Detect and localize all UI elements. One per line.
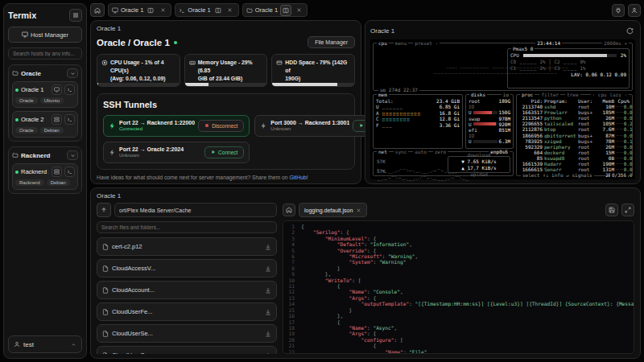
- collapse-group-button[interactable]: [67, 68, 78, 78]
- file-item[interactable]: CloudUserSu...: [97, 346, 277, 354]
- proc-sort-selector[interactable]: ‹ cpu lazy ›: [591, 92, 629, 97]
- host-search-input[interactable]: [8, 47, 82, 60]
- code-line: "outputTemplate": "[{Timestamp:HH:mm:ss}…: [283, 301, 634, 306]
- host-row: Oracle 2: [15, 114, 75, 125]
- collapse-group-button[interactable]: [67, 150, 78, 160]
- host-item-oracle-1[interactable]: Oracle 1 Oracle Ubuntu: [12, 81, 78, 108]
- proc-row[interactable]: 1661539Radarrroot190M0.0: [517, 161, 632, 167]
- split-view-button[interactable]: [146, 6, 155, 15]
- proc-row[interactable]: 1663517Prowlarrbugs+185M0.0: [517, 109, 632, 115]
- proc-tree-toggle[interactable]: tree: [565, 92, 580, 97]
- file-item[interactable]: CloudAccount...: [97, 281, 277, 299]
- host-item-oracle-2[interactable]: Oracle 2 Oracle Debian: [12, 111, 78, 138]
- open-host-stats-button[interactable]: [52, 167, 62, 177]
- open-host-stats-button[interactable]: [52, 114, 62, 125]
- open-host-stats-button[interactable]: [52, 84, 62, 95]
- tunnel-list: Port 22 → Racknerd 1:22000 Connected Dis…: [103, 115, 349, 163]
- close-icon[interactable]: [356, 208, 361, 213]
- btop-interval[interactable]: 2000ms +: [602, 40, 629, 46]
- file-item[interactable]: CloudUserFe...: [97, 302, 277, 321]
- net-speed-box: download ▼ 7.65 KiB/s ▲ 17.7 KiB/s uploa…: [448, 156, 510, 173]
- home-button[interactable]: [90, 3, 105, 17]
- net-auto-toggle[interactable]: auto: [413, 149, 427, 154]
- path-up-button[interactable]: [97, 203, 111, 217]
- save-file-button[interactable]: [605, 204, 618, 216]
- close-tab-button[interactable]: [294, 6, 303, 15]
- open-terminal-button[interactable]: [64, 114, 75, 125]
- split-view-button[interactable]: [213, 6, 223, 15]
- download-icon[interactable]: [265, 352, 271, 355]
- open-terminal-button[interactable]: [64, 167, 75, 177]
- github-link[interactable]: GitHub!: [290, 175, 308, 180]
- hdd-space-text: HDD Space - 79% (142G of190G): [285, 59, 350, 83]
- editor-file-tab[interactable]: logging.default.json: [299, 203, 367, 217]
- server-heading-row: Oracle / Oracle 1 File Manager: [97, 36, 355, 48]
- btop-cpu-label[interactable]: cpu: [377, 40, 389, 46]
- proc-row[interactable]: 2113740sshdroot10M0.0: [517, 104, 632, 109]
- proc-row[interactable]: 604dockerdroot15M0.0: [517, 150, 632, 155]
- profile-button[interactable]: [628, 4, 641, 17]
- download-icon[interactable]: [265, 331, 271, 337]
- host-item-racknerd-1[interactable]: Racknerd 1 Racknerd Debian: [12, 163, 78, 190]
- close-tab-button[interactable]: [158, 6, 167, 15]
- open-terminal-button[interactable]: [64, 84, 75, 95]
- editor-home-button[interactable]: [283, 204, 295, 216]
- btop-cpu-box: cpu menu preset ‹ 23:44:14 2000ms + ⢀⣀⣀⡀…: [373, 43, 633, 91]
- proc-row[interactable]: 2113547pythonroot26M0.0: [517, 115, 632, 121]
- btop-menu-label[interactable]: menu: [394, 40, 408, 46]
- file-item[interactable]: CloudUserSe...: [97, 324, 277, 343]
- code-area[interactable]: { "Serilog": { "MinimumLevel": { "Defaul…: [283, 220, 634, 354]
- proc-row[interactable]: 85kswapd0root0B0.0: [517, 155, 632, 161]
- expand-editor-button[interactable]: [621, 204, 634, 216]
- host-manager-button[interactable]: Host Manager: [8, 27, 82, 43]
- file-manager-button[interactable]: File Manager: [308, 36, 355, 48]
- code-line: "System": "Warning": [283, 259, 634, 265]
- server-icon: [54, 169, 60, 175]
- server-icon: [54, 117, 60, 122]
- proc-row[interactable]: 783925xzigedbugs+78M0.1: [517, 138, 632, 144]
- file-icon: [102, 265, 109, 272]
- proc-row[interactable]: 592329peripheryroot26M0.0: [517, 144, 632, 150]
- btop-terminal[interactable]: cpu menu preset ‹ 23:44:14 2000ms + ⢀⣀⣀⡀…: [370, 39, 635, 179]
- file-search-input[interactable]: [97, 221, 277, 233]
- btop-cpu-titlebar: cpu menu preset ‹ 23:44:14 2000ms +: [377, 40, 629, 46]
- tag: Debian: [47, 179, 70, 186]
- close-tab-button[interactable]: [225, 6, 235, 15]
- btop-preset-label[interactable]: preset ‹: [413, 40, 440, 46]
- ssh-tunnels-section: SSH Tunnels Port 22 → Racknerd 1:22000 C…: [97, 93, 355, 170]
- file-item[interactable]: cert-c2.p12: [97, 237, 277, 256]
- proc-row[interactable]: 1866956qbittorrent-noxbugs+87M0.0: [517, 133, 632, 138]
- tab-terminal[interactable]: Oracle 1: [175, 3, 238, 17]
- menu-button[interactable]: [69, 9, 82, 22]
- disconnect-tunnel-button[interactable]: Disconnect: [198, 120, 244, 132]
- path-input[interactable]: [114, 203, 277, 217]
- memory-icon: [189, 60, 196, 83]
- proc-row[interactable]: 2112876btoproot7.6M0.1: [517, 126, 632, 132]
- tag: Debian: [40, 127, 64, 134]
- refresh-button[interactable]: [624, 25, 635, 36]
- download-icon[interactable]: [265, 244, 271, 250]
- tab-server-stats[interactable]: Oracle 1: [108, 3, 171, 17]
- split-view-button-active[interactable]: [280, 5, 291, 16]
- play-icon: [211, 150, 216, 154]
- connect-tunnel-button[interactable]: Connect: [204, 146, 244, 158]
- download-icon[interactable]: [265, 265, 271, 272]
- proc-filter-button[interactable]: filter: [539, 92, 560, 97]
- download-icon[interactable]: [265, 287, 271, 294]
- download-icon[interactable]: [265, 309, 271, 315]
- user-menu[interactable]: test: [8, 335, 82, 353]
- disks-io-toggle[interactable]: io: [502, 92, 510, 97]
- file-item[interactable]: CloudAccessV...: [97, 259, 277, 278]
- proc-row[interactable]: 2296655tailscaledroot105M0.2: [517, 121, 632, 126]
- tab-file-manager[interactable]: Oracle 1: [242, 3, 308, 17]
- net-sync-toggle[interactable]: sync: [394, 149, 408, 154]
- code-line: },: [283, 271, 634, 277]
- plugins-button[interactable]: [612, 4, 625, 17]
- editor-tab-label: logging.default.json: [304, 208, 353, 213]
- user-icon: [631, 7, 638, 14]
- group-header[interactable]: Racknerd: [12, 150, 78, 160]
- terminal-icon: [67, 87, 72, 93]
- terminal-icon: [67, 117, 72, 122]
- net-zero-toggle[interactable]: zero: [433, 149, 448, 154]
- group-header[interactable]: Oracle: [12, 68, 78, 78]
